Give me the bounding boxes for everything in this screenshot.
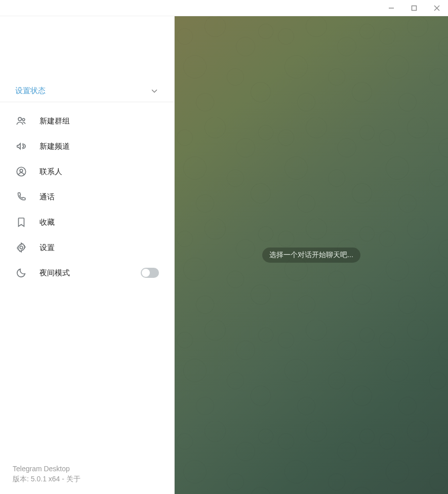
minimize-icon: [388, 5, 394, 11]
menu-item-new-group[interactable]: 新建群组: [0, 108, 174, 134]
window-controls: [380, 0, 448, 16]
close-icon: [434, 5, 440, 11]
menu-item-new-channel[interactable]: 新建频道: [0, 134, 174, 159]
maximize-button[interactable]: [402, 0, 425, 16]
main-container: 设置状态 新建群组 新建频道: [0, 16, 448, 494]
sidebar-header: [0, 16, 174, 82]
chevron-down-icon: [150, 87, 159, 96]
minimize-button[interactable]: [380, 0, 402, 16]
svg-point-4: [18, 117, 21, 120]
chat-area: 选择一个对话开始聊天吧...: [175, 16, 448, 494]
megaphone-icon: [15, 140, 27, 152]
version-prefix: 版本:: [13, 475, 31, 483]
moon-icon: [15, 267, 27, 279]
menu-item-calls[interactable]: 通话: [0, 184, 174, 210]
svg-point-7: [20, 169, 23, 172]
user-icon: [15, 166, 27, 178]
version-separator: -: [60, 475, 66, 483]
svg-point-8: [20, 246, 23, 249]
sidebar-footer: Telegram Desktop 版本: 5.0.1 x64 - 关于: [0, 457, 174, 494]
about-link[interactable]: 关于: [66, 475, 80, 483]
app-name: Telegram Desktop: [13, 465, 161, 473]
close-button[interactable]: [425, 0, 448, 16]
menu-item-contacts[interactable]: 联系人: [0, 159, 174, 184]
svg-point-5: [22, 118, 25, 121]
menu-item-settings[interactable]: 设置: [0, 235, 174, 260]
version-text: 5.0.1 x64: [31, 475, 60, 483]
menu-label: 收藏: [39, 218, 159, 227]
phone-icon: [15, 191, 27, 203]
night-mode-toggle[interactable]: [141, 268, 159, 278]
status-row: 设置状态: [0, 82, 174, 102]
menu-label: 新建群组: [39, 116, 159, 126]
sidebar: 设置状态 新建群组 新建频道: [0, 16, 175, 494]
menu-label: 新建频道: [39, 142, 159, 151]
bookmark-icon: [15, 216, 27, 228]
menu-list: 新建群组 新建频道 联系人 通话: [0, 102, 174, 285]
gear-icon: [15, 241, 27, 254]
menu-label: 通话: [39, 192, 159, 202]
menu-label: 夜间模式: [39, 268, 129, 278]
group-icon: [15, 115, 27, 127]
svg-rect-1: [412, 6, 416, 10]
sidebar-spacer: [0, 285, 174, 457]
menu-item-saved[interactable]: 收藏: [0, 210, 174, 235]
set-status-link[interactable]: 设置状态: [15, 86, 46, 96]
maximize-icon: [411, 5, 417, 11]
version-line: 版本: 5.0.1 x64 - 关于: [13, 475, 161, 484]
empty-chat-hint: 选择一个对话开始聊天吧...: [262, 248, 360, 263]
menu-label: 联系人: [39, 167, 159, 177]
menu-label: 设置: [39, 243, 159, 253]
menu-item-night-mode[interactable]: 夜间模式: [0, 260, 174, 285]
expand-button[interactable]: [150, 87, 159, 96]
titlebar: [0, 0, 448, 16]
